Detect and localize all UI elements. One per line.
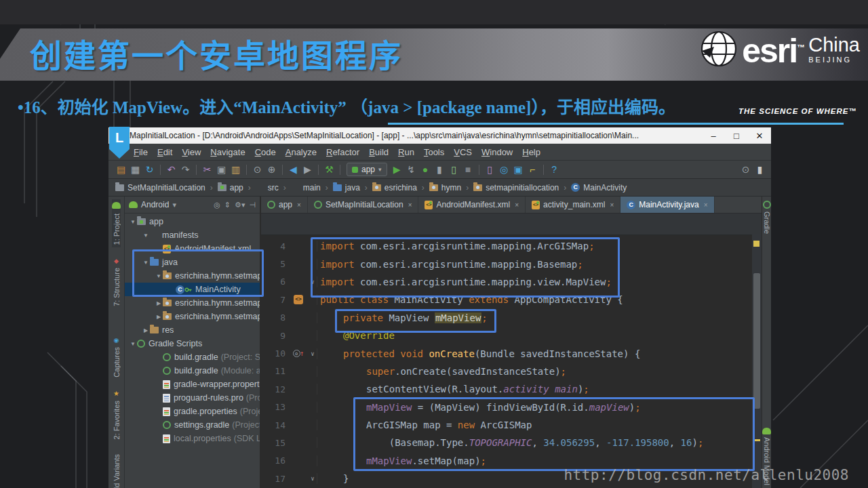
close-icon[interactable]: × bbox=[408, 201, 412, 209]
code-text[interactable]: public class MainActivity extends AppCom… bbox=[317, 294, 762, 305]
line-number[interactable]: 4 bbox=[261, 241, 288, 251]
tree-item-gradle-properties[interactable]: gradle.properties (Project bbox=[125, 405, 260, 418]
breadcrumb-item-app[interactable]: app bbox=[218, 183, 243, 192]
android-class-icon[interactable]: <> bbox=[294, 295, 303, 304]
override-gutter-icon[interactable]: o↑ bbox=[288, 349, 309, 358]
tool-tab-captures[interactable]: ◉Captures bbox=[113, 333, 121, 380]
breadcrumb-item-java[interactable]: java bbox=[333, 183, 360, 192]
class-gutter-icon[interactable]: <> bbox=[288, 295, 309, 304]
minimize-button[interactable]: – bbox=[702, 131, 725, 141]
menu-view[interactable]: View bbox=[177, 147, 205, 157]
breadcrumb-item-setmapinitiallocation[interactable]: setmapinitiallocation bbox=[473, 183, 559, 192]
menu-window[interactable]: Window bbox=[477, 147, 517, 157]
back-icon[interactable]: ◀ bbox=[286, 162, 300, 177]
line-number[interactable]: 5 bbox=[261, 259, 288, 269]
line-number[interactable]: 16 bbox=[261, 455, 288, 466]
code-text[interactable]: import com.esri.arcgisruntime.mapping.vi… bbox=[317, 277, 762, 287]
code-text[interactable]: import com.esri.arcgisruntime.mapping.Ba… bbox=[317, 259, 762, 270]
collapse-all-icon[interactable]: ⇕ bbox=[224, 201, 231, 209]
device-manager-icon[interactable]: ▯ bbox=[483, 162, 497, 177]
breadcrumb-item-hymn[interactable]: hymn bbox=[429, 183, 461, 192]
close-icon[interactable]: × bbox=[297, 201, 301, 209]
fold-marker-icon[interactable]: ∨ bbox=[309, 279, 317, 285]
menu-code[interactable]: Code bbox=[250, 147, 281, 157]
tree-item-local-properties[interactable]: local.properties (SDK Locat bbox=[125, 432, 260, 445]
locate-icon[interactable]: ◎ bbox=[214, 201, 220, 209]
tree-toggle-icon[interactable]: ▶ bbox=[155, 314, 163, 320]
menu-refactor[interactable]: Refactor bbox=[321, 147, 364, 157]
line-number[interactable]: 17 bbox=[261, 474, 288, 484]
tool-tab-build-variants[interactable]: Build Variants bbox=[113, 449, 121, 488]
breadcrumb-item-esrichina[interactable]: esrichina bbox=[372, 183, 417, 192]
fold-marker-icon[interactable]: ∨ bbox=[309, 475, 317, 482]
settings-gear-icon[interactable]: ⚙▾ bbox=[235, 201, 245, 209]
line-number[interactable]: 14 bbox=[261, 420, 288, 430]
tree-item-build-gradle[interactable]: build.gradle (Project: SetM bbox=[125, 350, 260, 364]
line-number[interactable]: 12 bbox=[261, 384, 288, 394]
error-stripe-marker[interactable] bbox=[753, 241, 760, 247]
editor-tab-activity-main-xml[interactable]: <>activity_main.xml× bbox=[526, 197, 620, 213]
breadcrumb-item-mainactivity[interactable]: CMainActivity bbox=[571, 183, 627, 192]
window-titlebar[interactable]: SetMapInitialLocation - [D:\Android\Andr… bbox=[108, 127, 771, 144]
code-line-6[interactable]: 6∨import com.esri.arcgisruntime.mapping.… bbox=[261, 273, 762, 291]
tree-toggle-icon[interactable]: ▼ bbox=[142, 232, 150, 239]
avd-manager-icon[interactable]: ⌐ bbox=[526, 162, 540, 177]
help-icon[interactable]: ? bbox=[547, 162, 561, 177]
hide-panel-icon[interactable]: ⊣ bbox=[249, 201, 256, 209]
run-config-selector[interactable]: app▾ bbox=[347, 163, 387, 176]
code-line-5[interactable]: 5import com.esri.arcgisruntime.mapping.B… bbox=[261, 255, 762, 272]
tree-toggle-icon[interactable]: ▼ bbox=[129, 341, 137, 347]
maximize-button[interactable]: □ bbox=[725, 131, 748, 141]
editor-tab-mainactivity-java[interactable]: CMainActivity.java× bbox=[620, 197, 714, 213]
tree-item-esrichina-hymn-setmapi[interactable]: ▶esrichina.hymn.setmapi bbox=[125, 310, 260, 323]
code-line-4[interactable]: 4import com.esri.arcgisruntime.mapping.A… bbox=[261, 237, 762, 255]
open-folder-icon[interactable]: ▤ bbox=[114, 162, 128, 177]
tool-tab----favorites[interactable]: ★2: Favorites bbox=[113, 387, 121, 442]
sdk-manager-icon[interactable]: ▣ bbox=[511, 162, 526, 177]
gradle-sync-icon[interactable]: ◎ bbox=[497, 162, 511, 177]
tree-item-esrichina-hymn-setmapi[interactable]: ▼esrichina.hymn.setmapi bbox=[125, 269, 260, 283]
tree-item-build-gradle[interactable]: build.gradle (Module: app) bbox=[125, 364, 260, 378]
code-text[interactable]: (Basemap.Type.TOPOGRAPHIC, 34.056295, -1… bbox=[317, 437, 762, 448]
code-text[interactable]: protected void onCreate(Bundle savedInst… bbox=[317, 348, 762, 359]
code-text[interactable]: @Override bbox=[317, 330, 762, 341]
editor-tab-androidmanifest-xml[interactable]: <>AndroidManifest.xml× bbox=[418, 197, 526, 213]
scrollbar-thumb[interactable] bbox=[753, 273, 760, 409]
debug-bug-icon[interactable]: ● bbox=[418, 162, 433, 177]
code-text[interactable]: private MapView mMapView; bbox=[317, 312, 762, 323]
code-text[interactable]: mMapView = (MapView) findViewById(R.id.m… bbox=[317, 402, 762, 413]
line-number[interactable]: 8 bbox=[261, 312, 288, 323]
code-text[interactable]: mMapView.setMap(map); bbox=[317, 455, 762, 466]
editor-tab-app[interactable]: app× bbox=[261, 197, 308, 213]
code-line-9[interactable]: 9@Override bbox=[261, 327, 762, 344]
menu-vcs[interactable]: VCS bbox=[449, 147, 477, 157]
close-button[interactable]: ✕ bbox=[748, 131, 771, 141]
tree-item-manifests[interactable]: ▼manifests bbox=[125, 228, 260, 242]
code-line-10[interactable]: 10o↑∨protected void onCreate(Bundle save… bbox=[261, 344, 762, 362]
fold-marker-icon[interactable]: ∨ bbox=[309, 350, 317, 357]
scrollbar[interactable] bbox=[752, 234, 762, 488]
tree-toggle-icon[interactable]: ▼ bbox=[142, 260, 150, 266]
chevron-down-icon[interactable]: ▾ bbox=[172, 201, 176, 209]
line-number[interactable]: 9 bbox=[261, 331, 288, 341]
tree-item-gradle-wrapper-properties[interactable]: gradle-wrapper.properties bbox=[125, 378, 260, 391]
project-view-selector[interactable]: Android bbox=[141, 200, 169, 209]
line-number[interactable]: 13 bbox=[261, 402, 288, 412]
close-icon[interactable]: × bbox=[610, 201, 614, 209]
code-line-14[interactable]: 14ArcGISMap map = new ArcGISMap bbox=[261, 416, 762, 434]
tree-item-java[interactable]: ▼java bbox=[125, 256, 260, 269]
line-number[interactable]: 11 bbox=[261, 366, 288, 376]
attach-debugger-icon[interactable]: ↯ bbox=[404, 162, 418, 177]
save-all-icon[interactable]: ▦ bbox=[128, 162, 142, 177]
tree-item-gradle-scripts[interactable]: ▼Gradle Scripts bbox=[125, 337, 260, 350]
menu-help[interactable]: Help bbox=[517, 147, 545, 157]
tree-item-app[interactable]: ▼app bbox=[125, 215, 260, 228]
breadcrumb-item-main[interactable]: main bbox=[291, 183, 321, 192]
stop-icon[interactable]: ■ bbox=[461, 162, 475, 177]
code-line-8[interactable]: 8private MapView mMapView; bbox=[261, 309, 762, 327]
tool-tab----project[interactable]: 1: Project bbox=[112, 199, 121, 247]
line-number[interactable]: 15 bbox=[261, 438, 288, 448]
copy-icon[interactable]: ▣ bbox=[214, 162, 229, 177]
menu-run[interactable]: Run bbox=[393, 147, 419, 157]
code-text[interactable]: ArcGISMap map = new ArcGISMap bbox=[317, 420, 762, 430]
